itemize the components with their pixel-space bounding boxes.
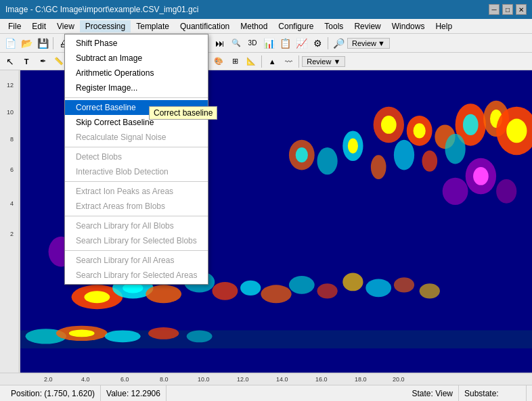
menu-sep-3 [65,181,208,182]
settings-button[interactable]: ⚙ [310,36,325,51]
svg-point-50 [187,330,213,342]
window-title: Image - C:\GC Image\import\example.CSV_i… [5,5,198,14]
svg-text:12: 12 [7,82,14,89]
svg-point-30 [85,291,110,303]
svg-point-38 [289,276,315,294]
menu-bar: File Edit View Processing Template Quant… [0,19,532,34]
text-button[interactable]: T [19,54,34,69]
minimize-button[interactable]: ─ [489,4,500,15]
svg-point-52 [473,167,489,185]
new-button[interactable]: 📄 [3,36,18,51]
chart-button[interactable]: 📈 [294,36,309,51]
menu-method[interactable]: Method [235,20,273,32]
svg-text:4.0: 4.0 [81,376,90,383]
svg-point-28 [445,134,465,164]
status-bar: Position: (1.750, 1.620) Value: 12.2906 … [0,385,532,401]
annotation-button[interactable]: ✒ [35,54,50,69]
value-status: Value: 12.2906 [101,385,167,401]
svg-text:16.0: 16.0 [315,376,328,383]
menu-tools[interactable]: Tools [319,20,349,32]
svg-text:2: 2 [10,231,14,237]
report-button[interactable]: 📋 [278,36,292,51]
svg-point-25 [371,155,386,179]
axis-btn[interactable]: 📐 [244,54,259,69]
review-button[interactable]: Review ▼ [347,38,390,49]
open-button[interactable]: 📂 [19,36,34,51]
skip-forward-button[interactable]: ⏭ [213,36,227,51]
y-axis-ruler: 12 10 8 6 4 2 [0,70,20,373]
signal-btn[interactable]: 〰 [281,54,296,69]
menu-help[interactable]: Help [430,20,458,32]
svg-point-33 [146,285,181,303]
position-status: Position: (1.750, 1.620) [5,385,101,401]
3d-button[interactable]: 3D [245,36,260,51]
menu-quantification[interactable]: Quantification [175,20,235,32]
svg-point-43 [420,283,440,298]
menu-view[interactable]: View [51,20,80,32]
svg-point-47 [69,330,95,337]
menu-windows[interactable]: Windows [386,20,430,32]
menu-template[interactable]: Template [131,20,175,32]
x-axis-ruler: 2.0 4.0 6.0 8.0 10.0 12.0 14.0 16.0 18.0… [0,373,532,385]
window-controls: ─ □ ✕ [489,4,527,15]
svg-point-27 [422,150,437,171]
x-ruler-svg: 2.0 4.0 6.0 8.0 10.0 12.0 14.0 16.0 18.0… [20,373,532,385]
svg-text:2.0: 2.0 [44,376,53,383]
color-btn[interactable]: 🎨 [211,54,226,69]
svg-point-39 [317,283,337,298]
svg-point-24 [348,139,358,154]
substate-status: Substate: [459,385,527,401]
save-button[interactable]: 💾 [35,36,50,51]
menu-detect-blobs: Detect Blobs [65,149,208,164]
svg-point-22 [317,147,337,174]
menu-extract-areas-blobs: Extract Areas from Blobs [65,199,208,214]
svg-text:10.0: 10.0 [198,376,210,383]
menu-shift-phase[interactable]: Shift Phase [65,36,208,51]
tooltip-correct-baseline: Correct baseline [149,106,217,120]
svg-point-42 [394,277,414,292]
processing-dropdown-menu: Shift Phase Subtract an Image Arithmetic… [64,34,208,285]
svg-point-10 [381,116,397,134]
svg-text:20.0: 20.0 [393,376,405,383]
export-button[interactable]: 📊 [261,36,276,51]
review-btn2[interactable]: Review ▼ [302,56,345,67]
menu-sep-4 [65,216,208,216]
cursor-button[interactable]: ↖ [3,54,18,69]
close-button[interactable]: ✕ [516,4,527,15]
svg-point-15 [463,114,479,135]
svg-point-54 [443,178,468,205]
svg-text:8: 8 [10,136,14,143]
separator-5 [328,37,328,49]
menu-configure[interactable]: Configure [273,20,319,32]
peak-btn[interactable]: ▲ [265,54,280,69]
menu-search-lib-sel-areas: Search Library for Selected Areas [65,268,208,283]
maximize-button[interactable]: □ [502,4,513,15]
svg-point-49 [148,327,179,339]
review-label: Review [352,39,376,47]
tooltip-text: Correct baseline [154,108,213,118]
svg-text:8.0: 8.0 [160,376,169,383]
svg-text:12.0: 12.0 [237,376,249,383]
grid-btn[interactable]: ⊞ [227,54,242,69]
menu-edit[interactable]: Edit [26,20,51,32]
menu-register-image[interactable]: Register Image... [65,80,208,95]
svg-point-35 [213,282,238,300]
svg-text:14.0: 14.0 [276,376,288,383]
menu-subtract-image[interactable]: Subtract an Image [65,51,208,66]
svg-point-36 [240,281,261,296]
zoom-in-button[interactable]: 🔍 [229,36,244,51]
svg-point-41 [365,279,391,297]
menu-search-lib-areas: Search Library for All Areas [65,253,208,268]
menu-review[interactable]: Review [349,20,386,32]
svg-text:18.0: 18.0 [355,376,367,383]
menu-search-lib-blobs: Search Library for All Blobs [65,218,208,233]
review-icon: 🔎 [331,36,346,51]
menu-file[interactable]: File [3,20,26,32]
review-dropdown-arrow[interactable]: ▼ [378,39,385,47]
menu-sep-5 [65,250,208,251]
svg-point-21 [296,147,308,162]
menu-arithmetic-ops[interactable]: Arithmetic Operations [65,66,208,80]
separator-1 [53,37,53,49]
menu-processing[interactable]: Processing [80,20,131,32]
y-ruler-svg: 12 10 8 6 4 2 [0,70,20,373]
